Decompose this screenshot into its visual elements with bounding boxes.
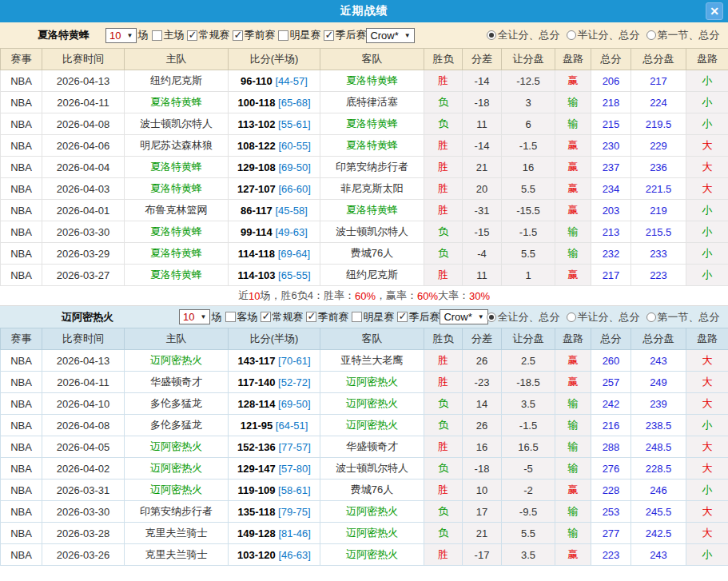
- cell-handicap-result: 赢: [555, 200, 591, 221]
- table-row: NBA2026-04-04夏洛特黄蜂129-108 [69-50]印第安纳步行者…: [1, 157, 728, 178]
- table-row: NBA2026-04-13纽约尼克斯96-110 [44-57]夏洛特黄蜂胜-1…: [1, 70, 728, 92]
- filter-checkbox-3[interactable]: 明星赛: [348, 310, 394, 324]
- radio-icon: [646, 312, 656, 322]
- table-row: NBA2026-03-30夏洛特黄蜂99-114 [49-63]波士顿凯尔特人负…: [1, 221, 728, 243]
- cell-league: NBA: [1, 480, 42, 501]
- score-fulltime: 121-95: [241, 420, 273, 432]
- cell-point-diff: -23: [463, 372, 502, 393]
- games-count-select[interactable]: 10▼: [179, 309, 210, 324]
- cell-away-team: 底特律活塞: [320, 92, 424, 113]
- cell-score: 119-109 [58-61]: [229, 480, 320, 501]
- cell-handicap-line: -1.5: [502, 135, 555, 157]
- cell-result: 胜: [424, 436, 463, 458]
- cell-home-team: 纽约尼克斯: [125, 70, 229, 92]
- filter-bar: 迈阿密热火10▼场客场常规赛季前赛明星赛季后赛Crow*▼全让分、总分半让分、总…: [0, 306, 728, 328]
- filter-checkbox-2[interactable]: 季前赛: [303, 310, 348, 324]
- cell-date: 2026-04-02: [42, 458, 125, 480]
- filter-checkbox-3[interactable]: 明星赛: [275, 28, 320, 42]
- close-button[interactable]: ✕: [706, 2, 723, 20]
- cell-handicap-line: 2.5: [502, 350, 555, 372]
- chevron-down-icon: ▼: [126, 32, 133, 39]
- team-name: 迈阿密热火: [62, 310, 113, 324]
- cell-point-diff: -18: [463, 458, 502, 480]
- cell-point-diff: 10: [463, 480, 502, 501]
- column-header: 赛事: [1, 328, 42, 350]
- cell-result: 胜: [424, 70, 463, 92]
- cell-total-points: 228: [591, 480, 631, 501]
- checkbox-label: 季后赛: [408, 310, 440, 324]
- cell-over-under: 大: [686, 523, 728, 544]
- cell-total-points: 260: [591, 350, 631, 372]
- cell-point-diff: -18: [463, 92, 502, 113]
- score-halftime: [77-57]: [278, 441, 310, 453]
- filter-checkbox-4[interactable]: 季后赛: [320, 28, 366, 42]
- checkbox-label: 季后赛: [335, 28, 366, 42]
- cell-home-team: 华盛顿奇才: [125, 372, 229, 393]
- cell-league: NBA: [1, 70, 42, 92]
- filter-checkbox-4[interactable]: 季后赛: [394, 310, 440, 324]
- cell-over-under: 小: [686, 200, 728, 221]
- filter-radio-1[interactable]: 半让分、总分: [567, 310, 640, 324]
- column-header: 总分: [591, 49, 631, 70]
- filter-checkbox-2[interactable]: 季前赛: [229, 28, 275, 42]
- checkbox-label: 客场: [237, 310, 257, 324]
- cell-handicap-result: 输: [555, 221, 591, 243]
- cell-home-team: 夏洛特黄蜂: [125, 178, 229, 200]
- cell-away-team: 菲尼克斯太阳: [320, 178, 424, 200]
- filter-radio-2[interactable]: 第一节、总分: [646, 310, 720, 324]
- filter-radio-0[interactable]: 全让分、总分: [487, 28, 560, 42]
- bookmaker-select[interactable]: Crow*▼: [366, 28, 414, 43]
- column-header: 客队: [320, 49, 424, 70]
- checkbox-icon: [152, 30, 162, 41]
- cell-score: 128-114 [69-50]: [229, 393, 320, 415]
- cell-handicap-line: -9.5: [502, 501, 555, 523]
- column-header: 主队: [125, 328, 229, 350]
- cell-total-line: 221.5: [631, 178, 686, 200]
- column-header: 胜负: [424, 49, 463, 70]
- table-row: NBA2026-03-26克里夫兰骑士103-120 [46-63]迈阿密热火胜…: [1, 544, 728, 566]
- column-header: 总分: [591, 328, 631, 350]
- filter-checkbox-1[interactable]: 常规赛: [184, 28, 229, 42]
- radio-label: 第一节、总分: [658, 28, 720, 42]
- cell-handicap-result: 赢: [555, 350, 591, 372]
- cell-over-under: 小: [686, 415, 728, 436]
- filter-radio-1[interactable]: 半让分、总分: [567, 28, 640, 42]
- score-halftime: [69-50]: [278, 398, 310, 410]
- filter-checkbox-0[interactable]: 主场: [149, 28, 184, 42]
- checkbox-icon: [352, 312, 362, 322]
- cell-home-team: 克里夫兰骑士: [125, 544, 229, 566]
- cell-home-team: 迈阿密热火: [125, 436, 229, 458]
- cell-away-team: 夏洛特黄蜂: [320, 70, 424, 92]
- cell-handicap-result: 输: [555, 113, 591, 135]
- filter-radio-0[interactable]: 全让分、总分: [487, 310, 560, 324]
- cell-date: 2026-03-27: [42, 265, 125, 286]
- filter-radio-2[interactable]: 第一节、总分: [646, 28, 720, 42]
- cell-result: 胜: [424, 265, 463, 286]
- cell-handicap-result: 赢: [555, 480, 591, 501]
- filter-checkbox-1[interactable]: 常规赛: [257, 310, 303, 324]
- cell-total-points: 216: [591, 415, 631, 436]
- cell-away-team: 夏洛特黄蜂: [320, 135, 424, 157]
- cell-handicap-result: 赢: [555, 178, 591, 200]
- table-row: NBA2026-03-28克里夫兰骑士149-128 [81-46]迈阿密热火负…: [1, 523, 728, 544]
- score-halftime: [46-63]: [278, 549, 310, 561]
- cell-date: 2026-04-08: [42, 113, 125, 135]
- cell-result: 胜: [424, 157, 463, 178]
- bookmaker-value: Crow*: [370, 30, 398, 42]
- radio-label: 半让分、总分: [578, 310, 640, 324]
- checkbox-icon: [225, 312, 236, 322]
- cell-over-under: 小: [686, 70, 728, 92]
- column-header: 比分(半场): [229, 328, 320, 350]
- odds-type-radios: 全让分、总分半让分、总分第一节、总分: [478, 310, 728, 324]
- cell-total-points: 276: [591, 458, 631, 480]
- filter-checkbox-0[interactable]: 客场: [222, 310, 257, 324]
- games-count-select[interactable]: 10▼: [105, 28, 137, 43]
- column-header: 客队: [320, 328, 424, 350]
- score-halftime: [49-63]: [275, 226, 307, 238]
- cell-total-points: 203: [591, 200, 631, 221]
- checkbox-label: 季前赛: [317, 310, 348, 324]
- cell-score: 86-117 [45-58]: [229, 200, 320, 221]
- cell-total-points: 223: [591, 544, 631, 566]
- score-halftime: [52-72]: [278, 376, 310, 388]
- cell-handicap-line: 5.5: [502, 523, 555, 544]
